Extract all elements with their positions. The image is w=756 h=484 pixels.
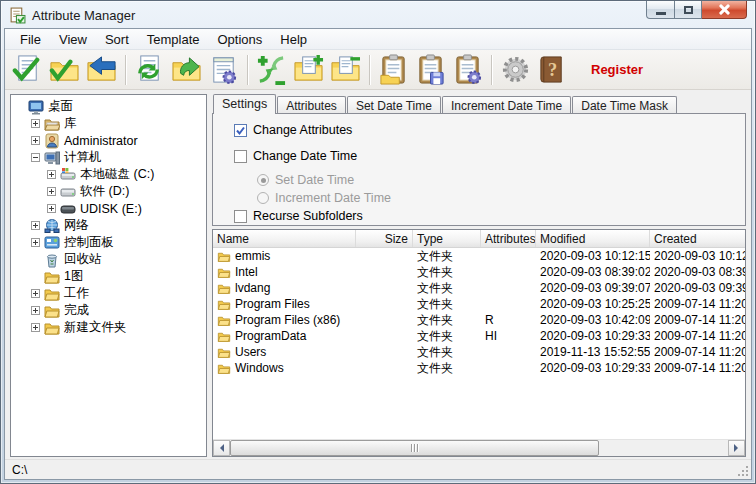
menu-view[interactable]: View xyxy=(50,30,96,49)
sidebar-item-回收站[interactable]: 回收站 xyxy=(11,251,206,268)
desktop-icon xyxy=(28,99,44,115)
tab-increment-date-time[interactable]: Increment Date Time xyxy=(442,96,571,114)
change-attributes-checkbox[interactable] xyxy=(234,124,247,137)
menu-file[interactable]: File xyxy=(11,30,50,49)
column-header-modified[interactable]: Modified xyxy=(536,230,650,247)
sidebar-item-UDISK (E:)[interactable]: UDISK (E:) xyxy=(11,200,206,217)
toolbar-button-increment-decrement[interactable] xyxy=(253,52,290,88)
scroll-right-button[interactable] xyxy=(728,440,745,456)
sidebar-item-新建文件夹[interactable]: 新建文件夹 xyxy=(11,319,206,336)
menu-template[interactable]: Template xyxy=(138,30,209,49)
horizontal-scrollbar xyxy=(213,439,745,456)
expand-icon[interactable] xyxy=(31,119,40,128)
minimize-button[interactable] xyxy=(646,1,675,19)
recurse-subfolders-checkbox[interactable] xyxy=(234,210,247,223)
expand-icon[interactable] xyxy=(31,289,40,298)
cell-modified: 2020-09-03 10:29:33 xyxy=(536,329,650,343)
increment-date-time-radio[interactable] xyxy=(257,192,269,204)
sidebar-item-控制面板[interactable]: 控制面板 xyxy=(11,234,206,251)
sidebar-item-1图[interactable]: 1图 xyxy=(11,268,206,285)
resize-grip[interactable] xyxy=(737,465,750,478)
column-header-name[interactable]: Name xyxy=(213,230,356,247)
scroll-left-button[interactable] xyxy=(213,440,230,456)
cell-type: 文件夹 xyxy=(413,264,481,281)
menu-help[interactable]: Help xyxy=(271,30,316,49)
toolbar-button-undo[interactable] xyxy=(83,52,120,88)
table-row[interactable]: Program Files (x86)文件夹R2020-09-03 10:42:… xyxy=(213,312,745,328)
tab-date-time-mask[interactable]: Date Time Mask xyxy=(572,96,677,114)
toolbar-button-template-settings[interactable] xyxy=(449,52,486,88)
menu-options[interactable]: Options xyxy=(209,30,272,49)
radio-dot xyxy=(261,178,266,183)
tree-item-label: 软件 (D:) xyxy=(80,183,129,200)
table-row[interactable]: emmis文件夹2020-09-03 10:12:152020-09-03 10… xyxy=(213,248,745,264)
toolbar-button-open-folder[interactable] xyxy=(168,52,205,88)
sidebar-item-网络[interactable]: 网络 xyxy=(11,217,206,234)
add-files-icon xyxy=(293,54,324,85)
column-header-created[interactable]: Created xyxy=(650,230,745,247)
toolbar-button-options-gear[interactable] xyxy=(497,52,534,88)
table-row[interactable]: Program Files文件夹2020-09-03 10:25:252009-… xyxy=(213,296,745,312)
table-row[interactable]: ProgramData文件夹HI2020-09-03 10:29:332009-… xyxy=(213,328,745,344)
menu-sort[interactable]: Sort xyxy=(96,30,138,49)
tab-set-date-time[interactable]: Set Date Time xyxy=(347,96,441,114)
toolbar-button-add-files[interactable] xyxy=(290,52,327,88)
network-icon xyxy=(44,218,60,234)
sidebar-item-工作[interactable]: 工作 xyxy=(11,285,206,302)
expand-icon[interactable] xyxy=(31,221,40,230)
expand-icon[interactable] xyxy=(31,323,40,332)
toolbar-button-help[interactable] xyxy=(534,52,571,88)
cell-name: Intel xyxy=(213,265,356,279)
toolbar-separator xyxy=(125,55,126,85)
toolbar-button-remove-files[interactable] xyxy=(327,52,364,88)
expand-icon[interactable] xyxy=(31,238,40,247)
toolbar-button-refresh[interactable] xyxy=(131,52,168,88)
expand-icon[interactable] xyxy=(47,187,56,196)
tab-settings[interactable]: Settings xyxy=(213,94,276,114)
maximize-button[interactable] xyxy=(675,1,702,19)
folder-icon xyxy=(44,303,60,319)
expand-icon[interactable] xyxy=(47,170,56,179)
table-row[interactable]: Intel文件夹2020-09-03 08:39:022020-09-03 08… xyxy=(213,264,745,280)
scrollbar-thumb[interactable] xyxy=(230,440,599,456)
change-date-time-checkbox[interactable] xyxy=(234,150,247,163)
set-date-time-radio[interactable] xyxy=(257,174,269,186)
cell-name: emmis xyxy=(213,249,356,263)
toolbar-button-template-save[interactable] xyxy=(412,52,449,88)
table-row[interactable]: Windows文件夹2020-09-03 10:29:332009-07-14 … xyxy=(213,360,745,376)
sidebar-item-计算机[interactable]: 计算机 xyxy=(11,149,206,166)
sidebar-item-桌面[interactable]: 桌面 xyxy=(11,98,206,115)
change-date-time-row: Change Date Time xyxy=(234,149,745,163)
minimize-icon xyxy=(656,12,666,15)
register-link[interactable]: Register xyxy=(591,62,643,77)
toolbar-button-template-open[interactable] xyxy=(375,52,412,88)
column-header-type[interactable]: Type xyxy=(413,230,481,247)
toolbar-button-apply-folders[interactable] xyxy=(46,52,83,88)
tab-attributes[interactable]: Attributes xyxy=(277,96,346,114)
close-button[interactable] xyxy=(702,1,747,19)
sidebar-item-Administrator[interactable]: Administrator xyxy=(11,132,206,149)
scrollbar-track[interactable] xyxy=(230,440,728,456)
table-row[interactable]: lvdang文件夹2020-09-03 09:39:072020-09-03 0… xyxy=(213,280,745,296)
cell-name: Windows xyxy=(213,361,356,375)
expand-icon[interactable] xyxy=(47,204,56,213)
cell-modified: 2020-09-03 10:29:33 xyxy=(536,361,650,375)
collapse-icon[interactable] xyxy=(31,153,40,162)
sidebar-item-完成[interactable]: 完成 xyxy=(11,302,206,319)
cell-created: 2009-07-14 11:20 xyxy=(650,329,745,343)
apply-files-icon xyxy=(12,54,43,85)
column-header-attributes[interactable]: Attributes xyxy=(481,230,536,247)
table-row[interactable]: Users文件夹2019-11-13 15:52:552009-07-14 11… xyxy=(213,344,745,360)
sidebar-item-本地磁盘 (C:)[interactable]: 本地磁盘 (C:) xyxy=(11,166,206,183)
toolbar-button-template-edit[interactable] xyxy=(205,52,242,88)
set-date-time-row: Set Date Time xyxy=(257,173,745,187)
toolbar-button-apply-files[interactable] xyxy=(9,52,46,88)
disk-c-icon xyxy=(60,167,76,183)
sidebar-item-库[interactable]: 库 xyxy=(11,115,206,132)
sidebar-item-软件 (D:)[interactable]: 软件 (D:) xyxy=(11,183,206,200)
expand-icon[interactable] xyxy=(31,136,40,145)
title-bar[interactable]: Attribute Manager xyxy=(1,1,755,28)
expand-icon[interactable] xyxy=(31,306,40,315)
tree-item-label: UDISK (E:) xyxy=(80,202,142,216)
column-header-size[interactable]: Size xyxy=(356,230,413,247)
